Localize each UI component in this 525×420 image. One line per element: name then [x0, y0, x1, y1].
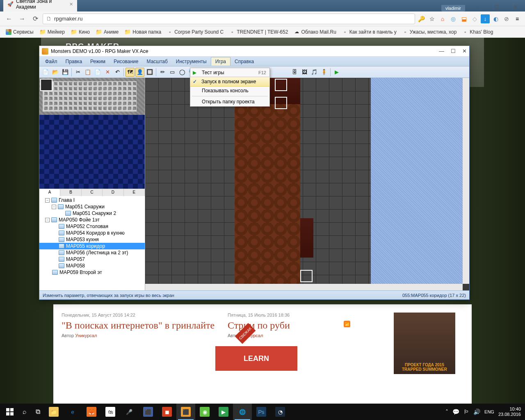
new-project-button[interactable]: 📄	[41, 68, 50, 77]
rpgmaker-titlebar[interactable]: Monsters DEMO v1.00 - RPG Maker VX Ace —…	[39, 46, 469, 57]
tray-volume-icon[interactable]: 🔊	[473, 409, 480, 415]
tree-item[interactable]: MAP053 кухня	[39, 236, 145, 243]
sound-button[interactable]: 🎵	[310, 68, 319, 77]
event-marker[interactable]	[275, 97, 287, 109]
tray-clock[interactable]: 10:40 23.08.2016	[498, 406, 521, 417]
tree-item[interactable]: −Map051 Снаружи	[39, 203, 145, 210]
taskbar-item-app[interactable]: ⬛	[139, 404, 158, 420]
menu-item-файл[interactable]: Файл	[41, 57, 62, 66]
taskbar-item-mic[interactable]: 🎤	[120, 404, 139, 420]
undo-button[interactable]: ↶	[113, 68, 122, 77]
task-view-button[interactable]: ⧉	[31, 405, 44, 418]
minimize-button[interactable]: —	[468, 2, 487, 11]
menu-item[interactable]: Открыть папку проекта	[190, 97, 269, 106]
key-icon[interactable]: 🔑	[417, 14, 426, 23]
vertical-scrollbar[interactable]	[463, 78, 469, 284]
menu-item-игра[interactable]: Игра	[211, 57, 231, 66]
bookmark-item[interactable]: ▫TRENDNET | TEW-652	[227, 28, 290, 36]
ext-icon[interactable]: ⬓	[459, 14, 468, 23]
taskbar-item-store[interactable]: 🛍	[101, 404, 120, 420]
taskbar-item-app[interactable]: ◉	[195, 404, 214, 420]
ellipse-tool-button[interactable]: ◯	[178, 68, 187, 77]
menu-item-справка[interactable]: Справка	[231, 57, 258, 66]
cut-button[interactable]: ✂	[73, 68, 82, 77]
ad-box[interactable]: ПРОЕКТ ГОДА 2015 TRAPPED SUMMONER	[394, 313, 455, 374]
map-canvas[interactable]	[145, 78, 469, 290]
map-tree[interactable]: −Глава I−Map051 СнаружиMap051 Снаружи 2−…	[39, 196, 145, 290]
tileset-tab[interactable]: C	[82, 189, 103, 196]
pencil-tool-button[interactable]: ✏	[158, 68, 167, 77]
search-button[interactable]: ⌕	[18, 405, 31, 418]
menu-item-инструменты[interactable]: Инструменты	[172, 57, 211, 66]
forward-button[interactable]: →	[16, 13, 28, 25]
delete-button[interactable]: ✕	[103, 68, 112, 77]
taskbar-item-edge[interactable]: e	[63, 404, 82, 420]
open-project-button[interactable]: 📂	[51, 68, 60, 77]
menu-item[interactable]: ✓Запуск в полном экране	[190, 77, 270, 87]
chrome-user-badge[interactable]: vladimir	[441, 5, 465, 11]
taskbar-item-firefox[interactable]: 🦊	[82, 404, 101, 420]
menu-item-правка[interactable]: Правка	[62, 57, 87, 66]
tree-item[interactable]: MAP059 Второй эт	[39, 269, 145, 276]
horizontal-scrollbar[interactable]	[145, 284, 463, 290]
tree-toggle-icon[interactable]: −	[45, 198, 50, 203]
address-bar[interactable]: 🗋 rpgmaker.ru	[43, 14, 415, 24]
learn-banner[interactable]: LEARN	[215, 346, 297, 371]
resource-button[interactable]: 🖼	[300, 68, 309, 77]
tray-action-icon[interactable]: 💬	[452, 409, 459, 415]
copy-button[interactable]: 📋	[83, 68, 92, 77]
bookmark-item[interactable]: ▫Khas' Blog	[460, 28, 495, 36]
back-button[interactable]: ←	[3, 13, 15, 25]
star-icon[interactable]: ☆	[427, 14, 436, 23]
maximize-button[interactable]: ☐	[451, 48, 456, 54]
taskbar-item-steam[interactable]: ◔	[271, 404, 290, 420]
ext-icon[interactable]: ⌂	[438, 14, 447, 23]
author-link[interactable]: Уникурсал	[75, 333, 97, 338]
bookmark-item[interactable]: 📁Новая папка	[122, 28, 164, 36]
minimize-button[interactable]: —	[439, 48, 444, 54]
ext-icon[interactable]: ◐	[491, 14, 500, 23]
taskbar-item-app[interactable]: ▶	[214, 404, 233, 420]
character-button[interactable]: 🧍	[320, 68, 329, 77]
bookmark-item[interactable]: Сервисы	[3, 28, 36, 36]
event-marker[interactable]	[300, 270, 313, 282]
tree-toggle-icon[interactable]: −	[45, 218, 50, 222]
ext-icon[interactable]: ◇	[470, 14, 479, 23]
close-button[interactable]: ✕	[462, 48, 467, 54]
taskbar-item-explorer[interactable]: 📁	[44, 404, 63, 420]
rss-icon[interactable]: 📶	[344, 321, 350, 327]
bookmark-item[interactable]: ▫Corpse Party Sound C	[164, 28, 226, 36]
menu-item-режим[interactable]: Режим	[86, 57, 110, 66]
tree-item[interactable]: −MAP050 Фойе 1эт	[39, 217, 145, 223]
tree-toggle-icon[interactable]: −	[52, 205, 56, 209]
tree-item[interactable]: MAP057	[39, 256, 145, 262]
playtest-button[interactable]: ▶	[332, 68, 341, 77]
taskbar-item-app[interactable]: ◼	[158, 404, 176, 420]
taskbar-item-rpgmaker[interactable]: ⬛	[176, 404, 195, 420]
tree-item[interactable]: MAP056 (Лестница на 2 эт)	[39, 249, 145, 256]
tree-item[interactable]: Map051 Снаружи 2	[39, 210, 145, 217]
tray-language[interactable]: ENG	[484, 409, 494, 414]
bookmark-item[interactable]: 📁Аниме	[93, 28, 121, 36]
tileset-tab[interactable]: B	[60, 189, 81, 196]
maximize-button[interactable]: ☐	[487, 2, 506, 11]
ext-icon[interactable]: ◎	[449, 14, 458, 23]
bookmark-item[interactable]: 📁Кино	[68, 28, 92, 36]
database-button[interactable]: 🗄	[290, 68, 299, 77]
paste-button[interactable]: 📄	[93, 68, 102, 77]
event-marker[interactable]	[275, 79, 287, 91]
tree-item[interactable]: MAP058	[39, 262, 145, 269]
bookmark-item[interactable]: ▫Ужасы, мистика, хор	[400, 28, 459, 36]
ext-icon[interactable]: ⊘	[502, 14, 511, 23]
menu-item-рисование[interactable]: Рисование	[110, 57, 142, 66]
taskbar-item-chrome[interactable]: 🌐	[233, 404, 252, 420]
bookmark-item[interactable]: 📁Мейкер	[37, 28, 67, 36]
tray-chevron-icon[interactable]: ˄	[445, 409, 448, 415]
ext-icon[interactable]: ↓	[481, 14, 490, 23]
event-mode-button[interactable]: 👤	[135, 68, 144, 77]
site-info-icon[interactable]: 🗋	[46, 16, 52, 22]
map-mode-button[interactable]: 🗺	[126, 68, 135, 77]
rect-tool-button[interactable]: ▭	[168, 68, 177, 77]
tree-item[interactable]: −Глава I	[39, 197, 145, 203]
region-mode-button[interactable]: 🔲	[145, 68, 154, 77]
